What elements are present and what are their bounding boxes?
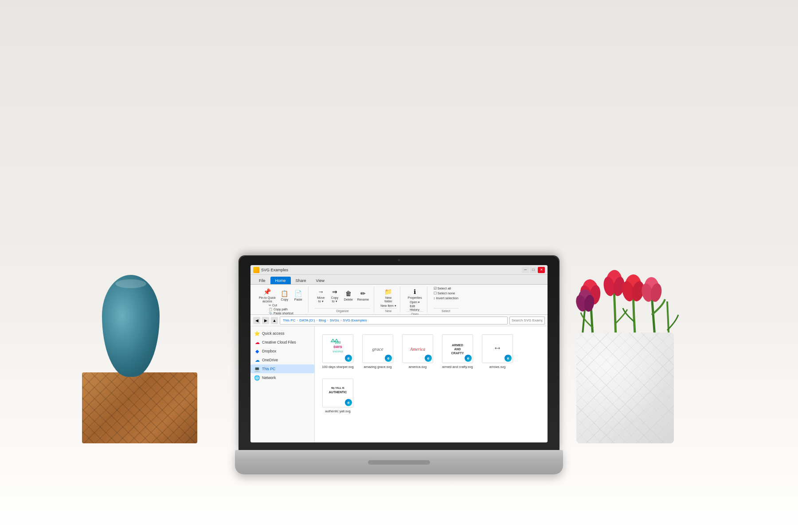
breadcrumb-svgs[interactable]: SVGs	[330, 318, 339, 322]
svg-text:AND: AND	[454, 348, 461, 351]
sidebar-item-creative-cloud[interactable]: ☁ Creative Cloud Files	[250, 338, 314, 347]
svg-text:grace: grace	[372, 346, 383, 352]
ribbon-delete-button[interactable]: 🗑 Delete	[342, 288, 355, 302]
open-button[interactable]: Open ▾	[410, 301, 420, 304]
forward-button[interactable]: ▶	[262, 317, 269, 324]
copy-path-button[interactable]: 📋 Copy path	[269, 308, 293, 311]
flower-vase	[576, 332, 674, 443]
laptop-screen-housing: SVG Examples ─ □ ✕ File Home Share View	[239, 256, 559, 451]
breadcrumb-thispc[interactable]: This PC	[283, 318, 295, 322]
pin-icon: 📌	[263, 287, 272, 296]
file-thumbnail: America e	[402, 334, 433, 363]
file-thumbnail: 100 DAYS SHARPER e	[322, 334, 353, 363]
new-label: New	[380, 308, 396, 313]
title-bar-icon	[253, 267, 259, 273]
ribbon-properties-button[interactable]: ℹ Properties	[407, 286, 423, 301]
ribbon-new-folder-button[interactable]: 📁 Newfolder	[382, 286, 395, 304]
copy-icon: 📋	[280, 289, 289, 298]
file-thumbnail: ARMED AND CRAFTY e	[442, 334, 473, 363]
file-item[interactable]: 100 DAYS SHARPER e 100 days sharper.svg	[320, 332, 356, 372]
file-item[interactable]: ↔ e arrows.svg	[480, 332, 515, 372]
minimize-button[interactable]: ─	[522, 267, 529, 273]
ribbon-paste-button[interactable]: 📄 Paste	[292, 288, 305, 302]
file-thumbnail: grace e	[362, 334, 393, 363]
sidebar-item-onedrive[interactable]: ☁ OneDrive	[250, 356, 314, 364]
svg-text:SHARPER: SHARPER	[332, 350, 343, 353]
sidebar-item-label: Dropbox	[262, 349, 276, 353]
flower-arrangement	[559, 200, 700, 355]
edge-badge-icon: e	[385, 355, 392, 362]
file-item[interactable]: ARMED AND CRAFTY e armed and crafty.svg	[440, 332, 475, 372]
ribbon-copyto-button[interactable]: ⇒ Copyto ▾	[329, 286, 341, 304]
dropbox-icon: ◆	[254, 348, 260, 354]
onedrive-icon: ☁	[254, 357, 260, 363]
file-item[interactable]: My YALL IS AUTHENTIC e authentic yall.sv…	[320, 376, 356, 416]
edge-badge-icon: e	[425, 355, 432, 362]
ribbon-pin-button[interactable]: 📌 Pin to Quickaccess	[258, 286, 277, 304]
ribbon-copy-button[interactable]: 📋 Copy	[278, 288, 291, 302]
svg-text:↔: ↔	[493, 343, 502, 352]
paste-icon: 📄	[294, 289, 303, 298]
breadcrumb-svg-examples[interactable]: SVG Examples	[343, 318, 367, 322]
sidebar-item-label: Quick access	[262, 331, 285, 336]
title-bar-controls: ─ □ ✕	[522, 267, 545, 273]
tab-share[interactable]: Share	[291, 277, 311, 284]
ribbon-group-new: 📁 Newfolder New Item ▾ New	[377, 286, 400, 313]
history-button[interactable]: History	[410, 308, 420, 311]
thispc-icon: 💻	[254, 366, 260, 372]
edit-button[interactable]: Edit	[410, 305, 420, 308]
close-button[interactable]: ✕	[538, 267, 545, 273]
new-item-button[interactable]: New Item ▾	[380, 304, 396, 308]
tab-view[interactable]: View	[311, 277, 329, 284]
laptop-screen: SVG Examples ─ □ ✕ File Home Share View	[250, 265, 548, 442]
svg-text:AUTHENTIC: AUTHENTIC	[329, 391, 346, 394]
move-icon: →	[317, 287, 325, 296]
maximize-button[interactable]: □	[530, 267, 537, 273]
quickaccess-icon: ⭐	[254, 330, 260, 336]
creative-cloud-icon: ☁	[254, 339, 260, 345]
svg-text:CRAFTY: CRAFTY	[451, 352, 464, 355]
windows-explorer: SVG Examples ─ □ ✕ File Home Share View	[250, 265, 548, 442]
ribbon-tabs: File Home Share View	[250, 275, 548, 285]
ribbon-toolbar: 📌 Pin to Quickaccess 📋 Copy 📄 Paste	[250, 285, 548, 315]
edge-badge-icon: e	[465, 355, 472, 362]
ribbon-move-button[interactable]: → Moveto ▾	[315, 286, 327, 304]
svg-text:America: America	[410, 347, 425, 352]
select-none-button[interactable]: ☐ Select none	[434, 291, 458, 295]
sidebar-item-quickaccess[interactable]: ⭐ Quick access	[250, 329, 314, 338]
file-name-label: america.svg	[409, 365, 426, 369]
search-input[interactable]	[509, 317, 545, 325]
wooden-box	[82, 372, 197, 443]
ribbon-group-organize: → Moveto ▾ ⇒ Copyto ▾ 🗑 Delete ✏	[311, 286, 374, 313]
sidebar-item-thispc[interactable]: 💻 This PC	[250, 364, 314, 373]
tab-home[interactable]: Home	[270, 277, 291, 284]
svg-text:My YALL IS: My YALL IS	[331, 387, 344, 389]
file-name-label: 100 days sharper.svg	[322, 365, 353, 369]
invert-selection-button[interactable]: ↕ Invert selection	[434, 296, 458, 300]
sidebar-item-network[interactable]: 🌐 Network	[250, 373, 314, 382]
ribbon-rename-button[interactable]: ✏ Rename	[356, 288, 370, 302]
breadcrumb-data[interactable]: DATA (D:)	[299, 318, 315, 322]
up-button[interactable]: ▲	[271, 317, 278, 324]
breadcrumb-blog[interactable]: Blog	[319, 318, 326, 322]
tab-file[interactable]: File	[254, 277, 270, 284]
new-folder-icon: 📁	[384, 287, 393, 296]
select-label: Select	[434, 308, 458, 313]
file-item[interactable]: America e america.svg	[400, 332, 435, 372]
file-item[interactable]: grace e amazing grace.svg	[360, 332, 395, 372]
cut-button[interactable]: ✂ Cut	[269, 304, 293, 307]
edge-badge-icon: e	[345, 355, 352, 362]
properties-icon: ℹ	[411, 287, 419, 296]
ribbon-clipboard-buttons: 📌 Pin to Quickaccess 📋 Copy 📄 Paste	[258, 286, 305, 304]
ribbon-group-open: ℹ Properties Open ▾ Edit History Open	[403, 286, 427, 313]
sidebar-item-dropbox[interactable]: ◆ Dropbox	[250, 347, 314, 356]
select-all-button[interactable]: ☑ Select all	[434, 286, 458, 290]
copyto-icon: ⇒	[330, 287, 339, 296]
sidebar-nav: ⭐ Quick access ☁ Creative Cloud Files ◆ …	[250, 326, 315, 442]
back-button[interactable]: ◀	[253, 317, 260, 324]
file-name-label: authentic yall.svg	[325, 409, 351, 413]
organize-label: Organize	[315, 308, 370, 313]
edge-badge-icon: e	[345, 399, 352, 406]
sidebar-item-label: OneDrive	[262, 358, 278, 362]
address-path[interactable]: This PC › DATA (D:) › Blog › SVGs › SVG …	[280, 317, 508, 325]
